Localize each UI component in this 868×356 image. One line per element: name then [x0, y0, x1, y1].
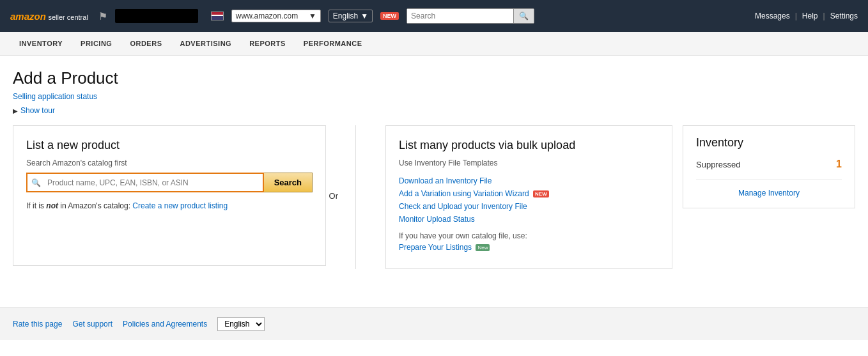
- main-content: Add a Product Selling application status…: [0, 56, 868, 282]
- settings-link[interactable]: Settings: [830, 12, 858, 20]
- new-badge-header: NEW: [380, 12, 399, 20]
- header-search-input[interactable]: [407, 9, 513, 23]
- inventory-card: Inventory Suppressed 1 Manage Inventory: [683, 125, 855, 208]
- bulk-upload-card: List many products via bulk upload Use I…: [385, 125, 672, 269]
- nav-item-performance[interactable]: PERFORMANCE: [295, 32, 371, 55]
- not-in-catalog-text: If it is not in Amazon's catalog: Create…: [26, 201, 313, 210]
- check-upload-link[interactable]: Check and Upload your Inventory File: [399, 202, 659, 211]
- search-icon: 🔍: [27, 178, 45, 187]
- rate-page-link[interactable]: Rate this page: [13, 320, 62, 329]
- show-tour-label: Show tour: [20, 106, 55, 115]
- bulk-upload-subtitle: Use Inventory File Templates: [399, 159, 659, 167]
- flag-bookmark-icon: ⚑: [98, 10, 107, 22]
- masked-account-input: [115, 9, 198, 23]
- sep2: |: [823, 12, 825, 20]
- header-search-container: 🔍: [407, 8, 534, 24]
- lang-dropdown-arrow[interactable]: ▼: [360, 12, 368, 20]
- own-catalog-text: If you have your own catalog file, use:: [399, 231, 659, 240]
- footer: Rate this page Get support Policies and …: [0, 307, 868, 340]
- inventory-suppressed-row: Suppressed 1: [696, 159, 842, 180]
- product-search-button[interactable]: Search: [264, 173, 313, 192]
- logo-sc-text: seller central: [48, 13, 88, 21]
- flag-icon: [211, 12, 224, 20]
- create-product-link[interactable]: Create a new product listing: [132, 201, 228, 210]
- product-search-input[interactable]: [45, 174, 263, 191]
- prepare-listings-link[interactable]: Prepare Your Listings New: [399, 243, 659, 252]
- language-selector[interactable]: English ▼: [329, 10, 373, 22]
- get-support-link[interactable]: Get support: [72, 320, 112, 329]
- chevron-right-icon: ▶: [13, 107, 18, 114]
- lang-label: English: [333, 12, 358, 20]
- header-search-button[interactable]: 🔍: [513, 9, 534, 23]
- header-links: Messages | Help | Settings: [755, 12, 858, 20]
- navigation-bar: INVENTORY PRICING ORDERS ADVERTISING REP…: [0, 32, 868, 56]
- suppressed-label: Suppressed: [696, 160, 740, 169]
- suppressed-count: 1: [836, 159, 842, 170]
- add-variation-link[interactable]: Add a Variation using Variation Wizard N…: [399, 189, 659, 198]
- nav-item-inventory[interactable]: INVENTORY: [10, 32, 72, 55]
- cards-area: List a new product Search Amazon's catal…: [13, 125, 855, 269]
- sep1: |: [795, 12, 797, 20]
- nav-item-pricing[interactable]: PRICING: [72, 32, 121, 55]
- monitor-upload-link[interactable]: Monitor Upload Status: [399, 215, 659, 224]
- show-tour-toggle[interactable]: ▶ Show tour: [13, 106, 855, 115]
- prepare-listings-badge: New: [476, 244, 490, 251]
- logo-amazon-text: amazon: [10, 11, 46, 22]
- bulk-upload-title: List many products via bulk upload: [399, 139, 659, 152]
- store-url-selector[interactable]: www.amazon.com ▼: [231, 10, 321, 22]
- list-new-product-card: List a new product Search Amazon's catal…: [13, 125, 326, 266]
- logo-area: amazon seller central ⚑: [10, 10, 107, 22]
- vertical-divider: [355, 125, 356, 269]
- store-url-text: www.amazon.com: [236, 12, 298, 20]
- add-variation-text: Add a Variation using Variation Wizard: [399, 189, 529, 198]
- manage-inventory-link[interactable]: Manage Inventory: [696, 189, 842, 197]
- selling-status-link[interactable]: Selling application status: [13, 92, 855, 101]
- messages-link[interactable]: Messages: [755, 12, 790, 20]
- product-search-row: 🔍 Search: [26, 173, 313, 192]
- header: amazon seller central ⚑ www.amazon.com ▼…: [0, 0, 868, 32]
- store-dropdown-arrow[interactable]: ▼: [309, 12, 316, 20]
- search-catalog-label: Search Amazon's catalog first: [26, 159, 313, 167]
- help-link[interactable]: Help: [802, 12, 818, 20]
- product-search-input-wrap: 🔍: [26, 173, 264, 192]
- download-inventory-link[interactable]: Download an Inventory File: [399, 176, 659, 185]
- add-variation-new-badge: NEW: [533, 190, 549, 197]
- amazon-logo[interactable]: amazon seller central: [10, 11, 88, 22]
- policies-link[interactable]: Policies and Agreements: [123, 320, 207, 329]
- inventory-title: Inventory: [696, 136, 842, 150]
- page-title: Add a Product: [13, 68, 855, 88]
- footer-language-select[interactable]: English: [217, 317, 265, 331]
- nav-item-orders[interactable]: ORDERS: [121, 32, 171, 55]
- list-new-product-title: List a new product: [26, 139, 313, 152]
- or-divider: Or: [329, 191, 338, 201]
- prepare-listings-text: Prepare Your Listings: [399, 243, 472, 252]
- nav-item-reports[interactable]: REPORTS: [240, 32, 295, 55]
- nav-item-advertising[interactable]: ADVERTISING: [171, 32, 240, 55]
